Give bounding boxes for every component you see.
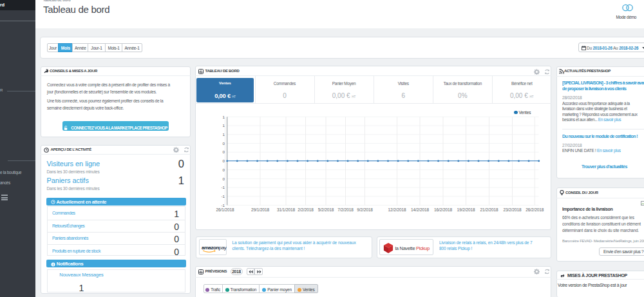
- svg-text:1: 1: [223, 123, 225, 128]
- svg-text:0: 0: [223, 168, 225, 172]
- svg-text:23/2/2018: 23/2/2018: [503, 207, 522, 212]
- svg-text:2/2/2018: 2/2/2018: [298, 207, 314, 212]
- svg-text:16/2/2018: 16/2/2018: [434, 207, 453, 212]
- svg-text:9/2/2018: 9/2/2018: [357, 207, 373, 212]
- svg-text:5/2/2018: 5/2/2018: [318, 207, 334, 212]
- svg-text:-1: -1: [221, 185, 225, 189]
- svg-text:0: 0: [223, 177, 225, 181]
- svg-text:7/2/2018: 7/2/2018: [337, 207, 354, 212]
- svg-text:26/2/2018: 26/2/2018: [526, 207, 544, 212]
- svg-text:12/2/2018: 12/2/2018: [388, 207, 406, 212]
- svg-text:26/1/2018: 26/1/2018: [216, 207, 234, 212]
- svg-text:1: 1: [223, 132, 225, 137]
- svg-text:-1: -1: [221, 194, 225, 198]
- svg-text:21/2/2018: 21/2/2018: [480, 207, 498, 212]
- svg-text:29/1/2018: 29/1/2018: [251, 207, 270, 212]
- svg-text:1: 1: [223, 115, 225, 119]
- svg-text:19/2/2018: 19/2/2018: [457, 207, 475, 212]
- svg-text:0: 0: [223, 141, 225, 146]
- svg-text:31/1/2018: 31/1/2018: [277, 207, 296, 212]
- svg-text:14/2/2018: 14/2/2018: [411, 207, 430, 212]
- svg-text:0: 0: [223, 158, 225, 163]
- svg-text:0: 0: [223, 149, 225, 154]
